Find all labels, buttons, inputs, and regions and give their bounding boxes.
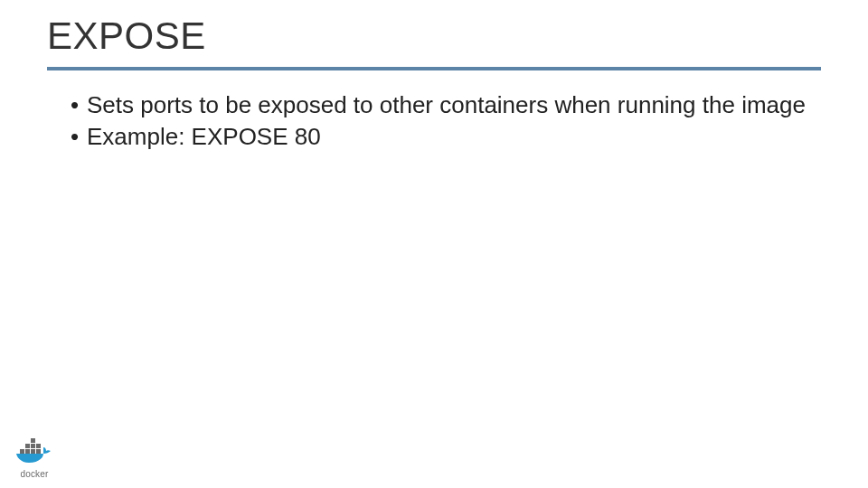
bullet-text: Example: EXPOSE 80 [87,123,321,150]
title-block: EXPOSE [47,14,821,70]
body-block: Sets ports to be exposed to other contai… [71,90,821,153]
svg-rect-3 [36,449,41,454]
docker-whale-icon [13,438,56,464]
svg-rect-4 [25,444,30,448]
svg-rect-0 [20,449,24,454]
svg-rect-7 [31,438,35,443]
docker-logo: docker [13,438,56,479]
slide-title: EXPOSE [47,14,821,58]
bullet-text: Sets ports to be exposed to other contai… [87,91,806,118]
docker-logo-label: docker [13,469,56,479]
svg-rect-5 [31,444,35,448]
bullet-item: Example: EXPOSE 80 [71,122,821,152]
title-underline [47,67,821,70]
svg-rect-6 [36,444,41,448]
bullet-item: Sets ports to be exposed to other contai… [71,90,821,120]
svg-rect-1 [25,449,30,454]
svg-rect-2 [31,449,35,454]
slide: EXPOSE Sets ports to be exposed to other… [0,0,868,488]
